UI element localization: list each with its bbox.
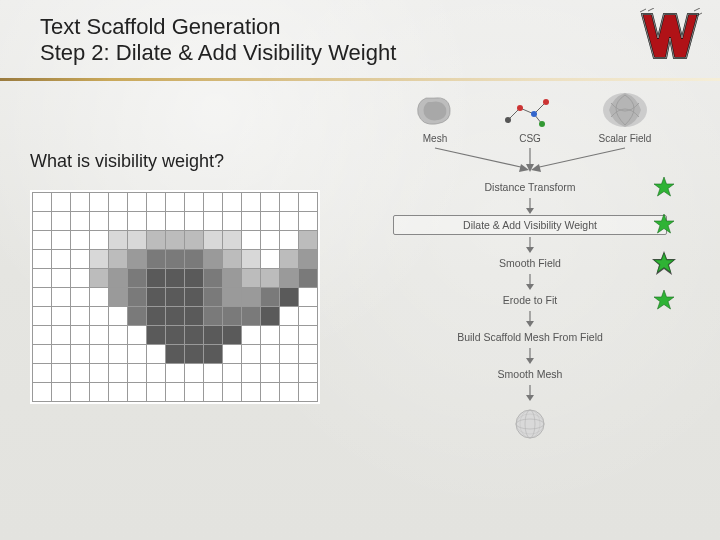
grid-cell [185, 383, 203, 401]
grid-cell [109, 269, 127, 287]
star-icon [651, 211, 677, 237]
grid-cell [299, 250, 317, 268]
grid-cell [280, 288, 298, 306]
grid-cell [242, 269, 260, 287]
grid-cell [280, 231, 298, 249]
grid-cell [33, 364, 51, 382]
arrow-down-icon [385, 235, 675, 254]
grid-cell [147, 250, 165, 268]
grid-cell [166, 231, 184, 249]
grid-cell [52, 212, 70, 230]
grid-cell [166, 269, 184, 287]
svg-point-8 [505, 117, 511, 123]
grid-cell [109, 326, 127, 344]
grid-cell [204, 326, 222, 344]
grid-cell [185, 345, 203, 363]
grid-cell [128, 307, 146, 325]
grid-cell [52, 193, 70, 211]
svg-line-16 [535, 148, 625, 168]
grid-cell [223, 212, 241, 230]
grid-cell [33, 193, 51, 211]
grid-cell [33, 269, 51, 287]
grid-cell [185, 212, 203, 230]
grid-cell [223, 193, 241, 211]
arrow-down-icon [385, 346, 675, 365]
pipeline-input: Scalar Field [585, 89, 665, 144]
pipeline-input: CSG [490, 89, 570, 144]
grid-cell [33, 250, 51, 268]
grid-cell [90, 326, 108, 344]
star-icon [651, 250, 677, 276]
svg-point-9 [517, 105, 523, 111]
grid-cell [147, 231, 165, 249]
grid-cell [147, 288, 165, 306]
grid-cell [261, 288, 279, 306]
grid-cell [128, 269, 146, 287]
svg-line-0 [640, 9, 646, 12]
grid-cell [128, 326, 146, 344]
converge-arrows [385, 146, 675, 178]
grid-cell [261, 307, 279, 325]
grid-cell [223, 269, 241, 287]
grid-cell [71, 383, 89, 401]
grid-cell [280, 269, 298, 287]
grid-cell [71, 345, 89, 363]
grid-cell [261, 326, 279, 344]
grid-cell [128, 193, 146, 211]
grid-cell [109, 307, 127, 325]
grid-cell [147, 326, 165, 344]
pipeline-step: Dilate & Add Visibility Weight [393, 215, 667, 235]
grid-cell [147, 383, 165, 401]
grid-cell [90, 307, 108, 325]
grid-cell [261, 364, 279, 382]
arrow-down-icon [385, 196, 675, 215]
grid-cell [33, 383, 51, 401]
grid-cell [147, 212, 165, 230]
title-line-1: Text Scaffold Generation [40, 14, 720, 40]
grid-cell [166, 250, 184, 268]
grid-cell [280, 212, 298, 230]
grid-cell [204, 193, 222, 211]
grid-cell [109, 193, 127, 211]
pipeline-step: Erode to Fit [385, 291, 675, 309]
grid-cell [52, 383, 70, 401]
grid-cell [299, 231, 317, 249]
grid-cell [299, 307, 317, 325]
grid-cell [223, 307, 241, 325]
svg-marker-19 [654, 214, 674, 233]
grid-cell [261, 250, 279, 268]
grid-cell [223, 231, 241, 249]
grid-cell [280, 193, 298, 211]
grid-cell [299, 364, 317, 382]
grid-cell [280, 364, 298, 382]
grid-cell [204, 231, 222, 249]
grid-cell [90, 364, 108, 382]
grid-cell [71, 212, 89, 230]
grid-cell [299, 345, 317, 363]
grid-cell [71, 231, 89, 249]
grid-cell [299, 326, 317, 344]
grid-cell [223, 326, 241, 344]
grid-cell [166, 326, 184, 344]
grid-cell [33, 231, 51, 249]
grid-cell [204, 345, 222, 363]
grid-cell [71, 364, 89, 382]
grid-cell [128, 288, 146, 306]
grid-cell [71, 250, 89, 268]
grid-cell [90, 250, 108, 268]
grid-cell [242, 193, 260, 211]
svg-point-12 [539, 121, 545, 127]
pipeline-flowchart: MeshCSGScalar Field Distance TransformDi… [385, 89, 675, 442]
grid-cell [147, 193, 165, 211]
grid-cell [71, 193, 89, 211]
input-label: Mesh [423, 133, 447, 144]
grid-cell [242, 212, 260, 230]
visibility-grid [30, 190, 320, 404]
svg-line-2 [694, 8, 700, 11]
grid-cell [90, 288, 108, 306]
grid-cell [185, 231, 203, 249]
grid-cell [299, 193, 317, 211]
grid-cell [90, 383, 108, 401]
grid-cell [52, 345, 70, 363]
input-thumb [405, 89, 465, 131]
